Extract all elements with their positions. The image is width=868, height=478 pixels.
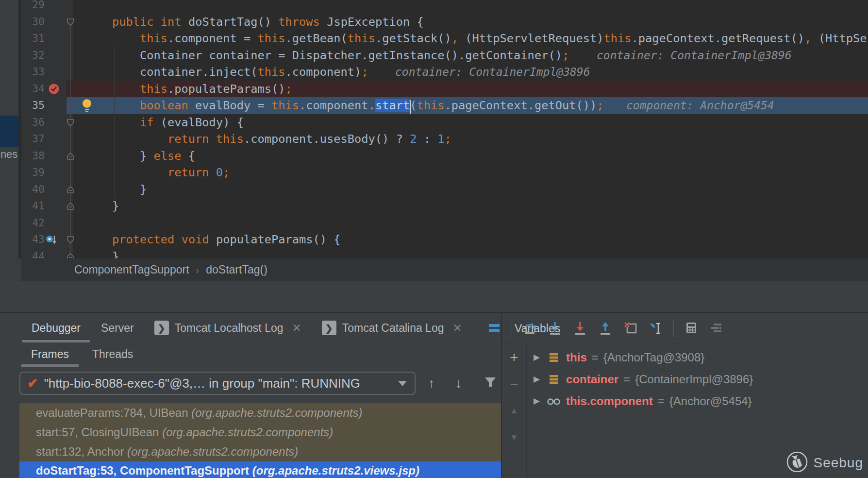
variables-toolbar: +−▲▼ [502,344,527,478]
fold-up-fold-icon[interactable] [67,152,74,162]
code-line[interactable] [21,0,868,14]
chevron-down-icon[interactable] [398,381,407,386]
variable-row[interactable]: ▶container={ContainerImpl@3896} [527,368,868,390]
text-caret [410,100,411,114]
filter-funnel-icon[interactable] [483,374,498,393]
fold-down-fold-icon[interactable] [67,236,74,246]
seebug-label: Seebug [813,455,863,471]
code-line[interactable]: Container container = Dispatcher.getInst… [21,47,868,64]
code-text: this.populateParams(); [140,81,292,98]
equals-sign: = [618,373,630,386]
scroll-down-icon[interactable]: ▼ [502,424,526,451]
left-fragment-highlight [0,116,18,147]
code-text: return 0; [167,164,230,181]
stack-frame-row[interactable]: evaluateParams:784, UIBean (org.apache.s… [19,403,501,423]
code-text: protected void populateParams() { [112,231,341,248]
add-watch-icon[interactable]: + [502,344,526,371]
fold-down-fold-icon[interactable] [67,18,74,28]
fold-down-fold-icon[interactable] [67,119,74,129]
override-method-icon[interactable] [45,234,59,248]
tool-window-tabs: DebuggerServer❯Tomcat Localhost Log✕❯Tom… [21,313,472,342]
tab-frames[interactable]: Frames [19,342,81,368]
code-text: container.inject(this.component); [140,64,368,81]
tab-threads[interactable]: Threads [81,342,145,368]
fold-up-fold-icon[interactable] [67,202,74,212]
tab-server[interactable]: Server [91,313,144,342]
variable-value: {ContainerImpl@3896} [630,373,753,386]
scroll-up-icon[interactable]: ▲ [502,397,526,424]
stack-frames-list: evaluateParams:784, UIBean (org.apache.s… [19,403,501,478]
code-text: return this.component.usesBody() ? 2 : 1… [167,131,451,148]
code-line[interactable]: } [21,198,868,215]
variable-row[interactable]: ▶this.component={Anchor@5454} [527,390,868,412]
code-line[interactable]: if (evalBody) { [21,114,868,131]
breadcrumb-method[interactable]: doStartTag() [206,263,267,276]
breadcrumb: ComponentTagSupport›doStartTag() [21,258,868,281]
fold-up-fold-icon[interactable] [67,253,74,259]
close-icon[interactable]: ✕ [453,322,462,335]
console-icon: ❯ [154,321,169,335]
seebug-logo-icon [786,451,808,475]
tab-tomcat-localhost-log[interactable]: ❯Tomcat Localhost Log✕ [144,313,312,342]
code-line[interactable]: } [21,248,868,259]
code-text: if (evalBody) { [140,114,244,131]
debug-tool-window: DebuggerServer❯Tomcat Localhost Log✕❯Tom… [0,312,868,478]
variables-title: Variables [502,313,868,343]
code-text: } [112,198,119,215]
code-line[interactable]: this.component = this.getBean(this.getSt… [21,30,868,47]
variable-name: this.component [566,394,653,408]
code-line[interactable]: this.populateParams(); [21,81,868,98]
expand-triangle-icon[interactable]: ▶ [527,396,547,406]
frame-location: start:132, Anchor [36,445,127,458]
frame-package: (org.apache.struts2.views.jsp) [252,464,419,477]
frames-pane: FramesThreads ✔ "http-bio-8088-exec-6"@3… [19,342,501,478]
code-line[interactable]: protected void populateParams() { [21,231,868,248]
variable-name: this [566,351,587,364]
console-icon: ❯ [322,321,336,335]
frames-toolbar: ↑↓ [425,372,501,395]
breadcrumb-separator: › [189,265,206,275]
frame-location: start:57, ClosingUIBean [36,426,162,439]
breakpoint-icon[interactable] [48,83,60,97]
code-text: this.component = this.getBean(this.getSt… [140,30,868,47]
frame-package: (org.apache.struts2.components) [191,406,362,419]
code-line[interactable]: public int doStartTag() throws JspExcept… [21,14,868,31]
variable-row[interactable]: ▶this={AnchorTag@3908} [527,346,868,368]
close-icon[interactable]: ✕ [292,322,301,335]
variable-value: {AnchorTag@3908} [599,351,705,364]
thread-selector-label: "http-bio-8088-exec-6"@3,… in group "mai… [44,376,390,391]
code-line[interactable]: } [21,181,868,198]
code-editor[interactable]: 2930public int doStartTag() throws JspEx… [21,0,868,258]
code-text: Container container = Dispatcher.getInst… [140,47,569,64]
down-arrow-icon[interactable]: ↓ [455,376,462,391]
stack-frame-row[interactable]: start:57, ClosingUIBean (org.apache.stru… [19,423,501,442]
up-arrow-icon[interactable]: ↑ [428,376,435,391]
expand-triangle-icon[interactable]: ▶ [527,374,547,384]
selected-word[interactable]: start [375,99,410,112]
variable-name: container [566,373,618,386]
ide-window: ines 2930public int doStartTag() throws … [0,0,868,478]
seebug-watermark: Seebug [786,451,863,475]
tab-debugger[interactable]: Debugger [21,313,91,342]
tab-tomcat-catalina-log[interactable]: ❯Tomcat Catalina Log✕ [312,313,472,342]
code-line[interactable]: return 0; [21,164,868,181]
stack-frame-row[interactable]: start:132, Anchor (org.apache.struts2.co… [19,442,501,461]
mute-frames-icon[interactable] [486,320,502,336]
equals-sign: = [587,351,599,364]
intention-bulb-icon [81,98,93,115]
code-line[interactable]: container.inject(this.component);contain… [21,64,868,81]
frame-location: evaluateParams:784, UIBean [36,406,191,419]
thread-selector[interactable]: ✔ "http-bio-8088-exec-6"@3,… in group "m… [19,372,416,395]
code-line[interactable]: } else { [21,148,868,165]
remove-watch-icon[interactable]: − [502,371,526,397]
code-line[interactable]: boolean evalBody = this.component.start(… [21,97,868,114]
expand-triangle-icon[interactable]: ▶ [527,352,547,362]
tab-label: Server [101,322,134,335]
thread-status-check-icon: ✔ [20,376,44,391]
watch-icon [547,396,561,407]
fold-up-fold-icon[interactable] [67,186,74,196]
code-line[interactable]: return this.component.usesBody() ? 2 : 1… [21,131,868,148]
stack-frame-row[interactable]: doStartTag:53, ComponentTagSupport (org.… [19,461,501,478]
breadcrumb-class[interactable]: ComponentTagSupport [21,263,189,276]
code-line[interactable] [21,215,868,232]
